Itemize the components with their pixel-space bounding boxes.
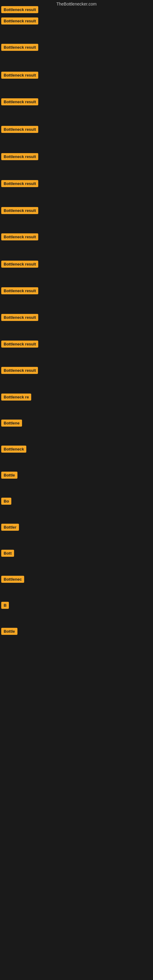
bottleneck-result-18[interactable]: Bottleneck bbox=[1, 445, 26, 453]
bottleneck-result-20[interactable]: Bo bbox=[1, 498, 11, 505]
bottleneck-result-1[interactable]: Bottleneck result bbox=[1, 6, 38, 13]
site-title: TheBottlenecker.com bbox=[0, 0, 153, 6]
bottleneck-result-6[interactable]: Bottleneck result bbox=[1, 126, 38, 133]
bottleneck-result-9[interactable]: Bottleneck result bbox=[1, 207, 38, 214]
bottleneck-result-24[interactable]: B bbox=[1, 602, 9, 609]
bottleneck-result-10[interactable]: Bottleneck result bbox=[1, 233, 38, 240]
bottleneck-result-17[interactable]: Bottlene bbox=[1, 420, 22, 426]
bottleneck-result-7[interactable]: Bottleneck result bbox=[1, 153, 38, 160]
bottleneck-result-25[interactable]: Bottle bbox=[1, 628, 18, 635]
bottleneck-result-22[interactable]: Bott bbox=[1, 550, 14, 557]
bottleneck-result-8[interactable]: Bottleneck result bbox=[1, 180, 38, 187]
bottleneck-result-19[interactable]: Bottle bbox=[1, 472, 18, 479]
bottleneck-result-12[interactable]: Bottleneck result bbox=[1, 287, 38, 294]
bottleneck-result-3[interactable]: Bottleneck result bbox=[1, 44, 38, 51]
bottleneck-result-11[interactable]: Bottleneck result bbox=[1, 261, 38, 268]
bottleneck-result-23[interactable]: Bottlenec bbox=[1, 576, 24, 583]
bottleneck-result-15[interactable]: Bottleneck result bbox=[1, 367, 38, 374]
bottleneck-result-14[interactable]: Bottleneck result bbox=[1, 340, 38, 348]
bottleneck-result-2[interactable]: Bottleneck result bbox=[1, 18, 38, 24]
bottleneck-result-13[interactable]: Bottleneck result bbox=[1, 314, 38, 321]
bottleneck-result-4[interactable]: Bottleneck result bbox=[1, 72, 38, 79]
bottleneck-result-16[interactable]: Bottleneck re bbox=[1, 393, 31, 401]
bottleneck-result-5[interactable]: Bottleneck result bbox=[1, 98, 38, 105]
bottleneck-result-21[interactable]: Bottler bbox=[1, 524, 19, 531]
